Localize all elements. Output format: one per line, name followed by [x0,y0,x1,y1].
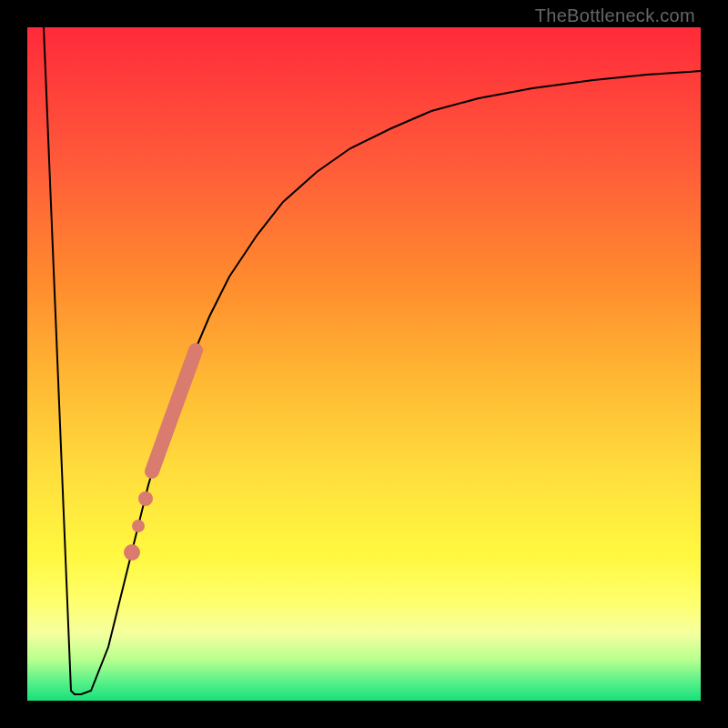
highlight-dot-1 [138,491,153,506]
chart-frame: TheBottleneck.com [0,0,728,728]
bottleneck-curve [44,27,701,694]
highlight-segment [152,350,196,471]
highlight-dot-3 [124,544,140,561]
plot-area [27,27,701,701]
chart-svg [27,27,701,701]
watermark-text: TheBottleneck.com [535,5,695,26]
highlight-dot-2 [132,520,145,532]
